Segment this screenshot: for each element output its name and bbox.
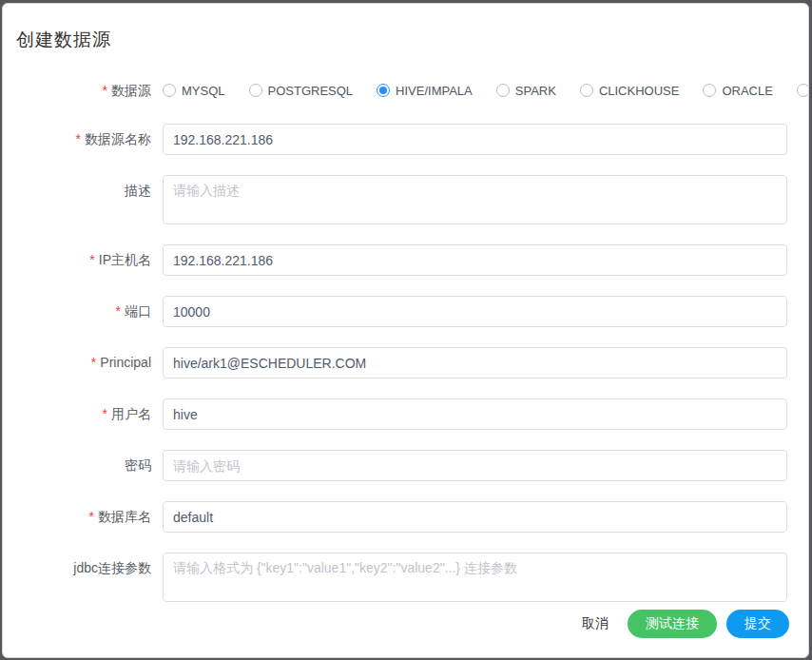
field-label-description: 描述 [3,175,163,206]
form-row-database: *数据库名 [3,501,787,533]
database-name-input[interactable] [163,501,787,533]
radio-label: HIVE/IMPALA [396,84,473,98]
field-label-database: *数据库名 [3,501,163,533]
radio-option-mysql[interactable]: MYSQL [163,84,225,98]
radio-option-sqlserver[interactable]: SQLSERVER [797,84,809,98]
radio-icon [377,84,390,97]
radio-option-hive-impala[interactable]: HIVE/IMPALA [377,84,473,98]
page-title: 创建数据源 [16,28,808,52]
create-datasource-dialog: 创建数据源 *数据源 MYSQL POSTGRESQL HIVE/IMPALA … [2,3,809,658]
radio-icon [797,84,809,97]
form-row-username: *用户名 [3,398,787,430]
field-label-name: *数据源名称 [3,124,163,155]
required-marker: * [116,303,121,319]
radio-label: MYSQL [182,84,225,98]
required-marker: * [76,131,81,146]
form-row-password: 密码 [3,450,787,481]
password-input[interactable] [163,450,787,481]
form-row-principal: *Principal [3,347,787,379]
form-row-datasource-type: *数据源 MYSQL POSTGRESQL HIVE/IMPALA SPARK … [3,81,787,100]
datasource-radio-group: MYSQL POSTGRESQL HIVE/IMPALA SPARK CLICK… [163,84,787,98]
datasource-name-input[interactable] [163,124,787,155]
required-marker: * [91,355,96,370]
ip-host-input[interactable] [163,244,787,276]
jdbc-params-textarea[interactable] [163,553,787,602]
form-row-description: 描述 [3,175,787,224]
cancel-button[interactable]: 取消 [572,615,618,632]
port-input[interactable] [163,296,787,327]
radio-icon [249,84,262,97]
test-connection-button[interactable]: 测试连接 [628,610,717,638]
form-row-jdbc-params: jdbc连接参数 [3,553,787,602]
principal-input[interactable] [163,347,787,379]
required-marker: * [89,509,94,524]
description-textarea[interactable] [163,175,787,224]
radio-option-oracle[interactable]: ORACLE [703,84,772,98]
field-label-jdbc-params: jdbc连接参数 [3,553,163,584]
required-marker: * [89,252,94,267]
radio-option-postgresql[interactable]: POSTGRESQL [249,84,354,98]
field-label-username: *用户名 [3,398,163,430]
radio-label: ORACLE [722,84,772,98]
username-input[interactable] [163,398,787,430]
form-row-port: *端口 [3,296,787,327]
dialog-footer: 取消 测试连接 提交 [572,610,789,638]
field-label-ip: *IP主机名 [3,244,163,276]
field-label-datasource: *数据源 [3,81,163,100]
field-label-principal: *Principal [3,347,163,379]
radio-icon [163,84,176,97]
submit-button[interactable]: 提交 [726,610,789,638]
form-row-ip: *IP主机名 [3,244,787,276]
radio-label: CLICKHOUSE [599,84,680,98]
radio-option-spark[interactable]: SPARK [496,84,556,98]
field-label-password: 密码 [3,450,163,481]
radio-option-clickhouse[interactable]: CLICKHOUSE [580,84,680,98]
radio-label: POSTGRESQL [268,84,354,98]
field-label-port: *端口 [3,296,163,327]
radio-label: SPARK [515,84,556,98]
radio-icon [496,84,510,97]
required-marker: * [103,406,107,421]
radio-icon [580,84,593,97]
datasource-form: *数据源 MYSQL POSTGRESQL HIVE/IMPALA SPARK … [3,81,808,602]
form-row-name: *数据源名称 [3,124,787,155]
required-marker: * [103,83,107,98]
radio-icon [703,84,716,97]
